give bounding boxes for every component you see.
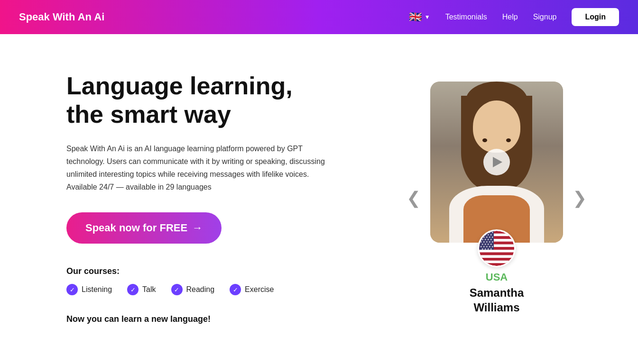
course-listening: ✓ Listening bbox=[66, 284, 112, 295]
header: Speak With An Ai 🇬🇧 ▼ Testimonials Help … bbox=[0, 0, 638, 34]
cta-arrow-icon: → bbox=[192, 222, 203, 234]
courses-list: ✓ Listening ✓ Talk ✓ Reading ✓ Exercise bbox=[66, 284, 374, 295]
courses-title: Our courses: bbox=[66, 266, 374, 276]
country-flag-badge: ★★★★★ ★★★★ ★★★★★ ★★★★ ★★★★★ ★★★★ ★★★★★ ★… bbox=[478, 229, 516, 267]
svg-rect-13 bbox=[479, 263, 514, 266]
language-selector[interactable]: 🇬🇧 ▼ bbox=[409, 11, 430, 23]
login-button[interactable]: Login bbox=[572, 8, 619, 26]
check-icon-reading: ✓ bbox=[171, 284, 183, 295]
check-icon-listening: ✓ bbox=[66, 284, 78, 295]
check-icon-exercise: ✓ bbox=[230, 284, 241, 295]
main-content: Language learning, the smart way Speak W… bbox=[0, 34, 638, 353]
course-talk: ✓ Talk bbox=[127, 284, 156, 295]
svg-rect-10 bbox=[479, 255, 514, 258]
tutor-avatar bbox=[430, 82, 563, 243]
course-reading: ✓ Reading bbox=[171, 284, 215, 295]
check-icon-talk: ✓ bbox=[127, 284, 139, 295]
play-triangle-icon bbox=[493, 157, 502, 167]
play-button[interactable] bbox=[483, 149, 510, 175]
logo: Speak With An Ai bbox=[19, 11, 104, 23]
courses-section: Our courses: ✓ Listening ✓ Talk ✓ Readin… bbox=[66, 266, 374, 295]
course-reading-label: Reading bbox=[186, 285, 215, 294]
tutor-card: ★★★★★ ★★★★ ★★★★★ ★★★★ ★★★★★ ★★★★ ★★★★★ ★… bbox=[430, 82, 563, 315]
course-exercise: ✓ Exercise bbox=[230, 284, 274, 295]
svg-rect-2 bbox=[479, 234, 514, 237]
tutor-country: USA bbox=[486, 271, 508, 283]
nav-signup[interactable]: Signup bbox=[533, 13, 557, 21]
tutor-carousel: ❮ bbox=[403, 82, 591, 315]
svg-rect-9 bbox=[479, 253, 514, 255]
nav-help[interactable]: Help bbox=[502, 13, 518, 21]
bottom-tagline: Now you can learn a new language! bbox=[66, 314, 374, 324]
chevron-down-icon: ▼ bbox=[425, 14, 430, 20]
course-talk-label: Talk bbox=[142, 285, 156, 294]
avatar-eyes bbox=[482, 138, 511, 142]
main-nav: 🇬🇧 ▼ Testimonials Help Signup Login bbox=[409, 8, 619, 26]
flag-icon: 🇬🇧 bbox=[409, 11, 422, 23]
hero-description: Speak With An Ai is an AI language learn… bbox=[66, 142, 332, 194]
svg-rect-11 bbox=[479, 258, 514, 261]
nav-testimonials[interactable]: Testimonials bbox=[445, 13, 487, 21]
cta-button-label: Speak now for FREE bbox=[85, 222, 187, 234]
course-exercise-label: Exercise bbox=[245, 285, 274, 294]
carousel-next-button[interactable]: ❯ bbox=[569, 186, 591, 210]
tutor-name: Samantha Williams bbox=[470, 285, 524, 315]
avatar-face-skin bbox=[473, 100, 520, 153]
hero-title: Language learning, the smart way bbox=[66, 72, 374, 129]
left-column: Language learning, the smart way Speak W… bbox=[66, 72, 374, 324]
usa-flag-icon: ★★★★★ ★★★★ ★★★★★ ★★★★ ★★★★★ ★★★★ ★★★★★ ★… bbox=[479, 231, 514, 266]
course-listening-label: Listening bbox=[82, 285, 112, 294]
cta-button[interactable]: Speak now for FREE → bbox=[66, 212, 222, 244]
svg-rect-12 bbox=[479, 261, 514, 264]
carousel-prev-button[interactable]: ❮ bbox=[403, 186, 425, 210]
avatar-left-eye bbox=[482, 138, 487, 142]
avatar-right-eye bbox=[506, 138, 511, 142]
